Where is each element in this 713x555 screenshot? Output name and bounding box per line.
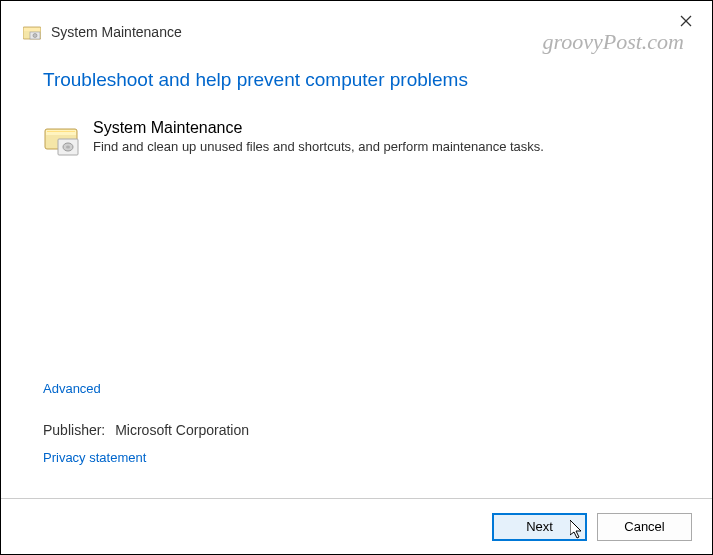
content-area: Troubleshoot and help prevent computer p… bbox=[1, 51, 712, 157]
svg-rect-8 bbox=[47, 131, 75, 132]
cancel-button[interactable]: Cancel bbox=[597, 513, 692, 541]
publisher-value: Microsoft Corporation bbox=[115, 422, 249, 438]
troubleshooter-item: System Maintenance Find and clean up unu… bbox=[43, 119, 670, 157]
lower-section: Advanced Publisher: Microsoft Corporatio… bbox=[43, 381, 249, 466]
advanced-link[interactable]: Advanced bbox=[43, 381, 249, 396]
svg-point-11 bbox=[66, 146, 70, 149]
privacy-link[interactable]: Privacy statement bbox=[43, 450, 146, 465]
svg-rect-1 bbox=[24, 28, 40, 31]
svg-rect-7 bbox=[46, 130, 76, 135]
publisher-row: Publisher: Microsoft Corporation bbox=[43, 422, 249, 438]
main-heading: Troubleshoot and help prevent computer p… bbox=[43, 69, 670, 91]
titlebar: System Maintenance bbox=[1, 1, 712, 51]
window-title: System Maintenance bbox=[51, 24, 182, 40]
close-button[interactable] bbox=[676, 11, 696, 31]
svg-point-3 bbox=[33, 34, 37, 38]
button-bar: Next Cancel bbox=[1, 498, 712, 554]
troubleshooter-description: Find and clean up unused files and short… bbox=[93, 139, 670, 154]
troubleshooter-icon bbox=[43, 121, 79, 157]
maintenance-icon bbox=[23, 23, 41, 41]
troubleshooter-title: System Maintenance bbox=[93, 119, 670, 137]
next-button[interactable]: Next bbox=[492, 513, 587, 541]
publisher-label: Publisher: bbox=[43, 422, 105, 438]
